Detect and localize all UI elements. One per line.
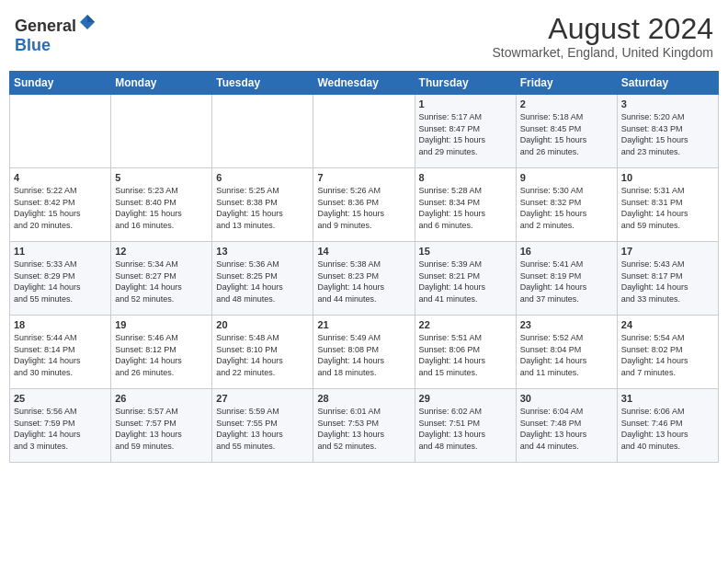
weekday-header-friday: Friday [516,72,617,95]
calendar-cell: 31Sunrise: 6:06 AM Sunset: 7:46 PM Dayli… [617,389,718,463]
day-info: Sunrise: 5:54 AM Sunset: 8:02 PM Dayligh… [621,332,714,378]
day-info: Sunrise: 5:31 AM Sunset: 8:31 PM Dayligh… [621,185,714,231]
logo-blue: Blue [15,36,51,54]
day-number: 16 [520,246,613,257]
calendar-cell: 3Sunrise: 5:20 AM Sunset: 8:43 PM Daylig… [617,95,718,168]
calendar-cell: 23Sunrise: 5:52 AM Sunset: 8:04 PM Dayli… [516,316,617,389]
day-number: 27 [216,393,309,404]
calendar-cell: 4Sunrise: 5:22 AM Sunset: 8:42 PM Daylig… [10,168,111,242]
calendar-cell: 24Sunrise: 5:54 AM Sunset: 8:02 PM Dayli… [617,316,718,389]
calendar-cell: 19Sunrise: 5:46 AM Sunset: 8:12 PM Dayli… [111,316,212,389]
day-info: Sunrise: 5:20 AM Sunset: 8:43 PM Dayligh… [621,111,714,157]
calendar-cell: 27Sunrise: 5:59 AM Sunset: 7:55 PM Dayli… [212,389,313,463]
day-info: Sunrise: 5:34 AM Sunset: 8:27 PM Dayligh… [115,259,208,304]
day-info: Sunrise: 6:01 AM Sunset: 7:53 PM Dayligh… [317,406,410,452]
day-number: 28 [317,393,410,404]
day-info: Sunrise: 5:33 AM Sunset: 8:29 PM Dayligh… [14,259,107,304]
day-info: Sunrise: 5:43 AM Sunset: 8:17 PM Dayligh… [621,259,714,304]
calendar-table: SundayMondayTuesdayWednesdayThursdayFrid… [9,71,719,463]
day-info: Sunrise: 5:28 AM Sunset: 8:34 PM Dayligh… [419,185,512,231]
day-number: 11 [14,246,107,257]
weekday-header-thursday: Thursday [415,72,516,95]
day-number: 22 [419,319,512,330]
location-title: Stowmarket, England, United Kingdom [493,45,713,60]
day-info: Sunrise: 5:17 AM Sunset: 8:47 PM Dayligh… [419,111,512,157]
day-number: 2 [520,98,613,109]
calendar-cell [10,95,111,168]
day-number: 25 [14,393,107,404]
day-info: Sunrise: 6:04 AM Sunset: 7:48 PM Dayligh… [520,406,613,452]
day-number: 8 [419,172,512,183]
logo-icon [78,13,97,31]
weekday-header-saturday: Saturday [617,72,718,95]
day-info: Sunrise: 5:49 AM Sunset: 8:08 PM Dayligh… [317,332,410,378]
day-info: Sunrise: 5:59 AM Sunset: 7:55 PM Dayligh… [216,406,309,452]
weekday-header-wednesday: Wednesday [313,72,415,95]
day-number: 1 [419,98,512,109]
calendar-cell: 5Sunrise: 5:23 AM Sunset: 8:40 PM Daylig… [111,168,212,242]
weekday-header-sunday: Sunday [10,72,111,95]
day-number: 6 [216,172,309,183]
day-info: Sunrise: 5:38 AM Sunset: 8:23 PM Dayligh… [317,259,410,304]
week-row-3: 11Sunrise: 5:33 AM Sunset: 8:29 PM Dayli… [10,242,719,316]
weekday-header-row: SundayMondayTuesdayWednesdayThursdayFrid… [10,72,719,95]
day-number: 17 [621,246,714,257]
day-number: 9 [520,172,613,183]
month-title: August 2024 [493,13,713,45]
day-info: Sunrise: 5:41 AM Sunset: 8:19 PM Dayligh… [520,259,613,304]
calendar-cell: 12Sunrise: 5:34 AM Sunset: 8:27 PM Dayli… [111,242,212,316]
day-info: Sunrise: 5:48 AM Sunset: 8:10 PM Dayligh… [216,332,309,378]
day-info: Sunrise: 5:18 AM Sunset: 8:45 PM Dayligh… [520,111,613,157]
day-info: Sunrise: 5:25 AM Sunset: 8:38 PM Dayligh… [216,185,309,231]
calendar-cell: 28Sunrise: 6:01 AM Sunset: 7:53 PM Dayli… [313,389,415,463]
calendar-cell: 8Sunrise: 5:28 AM Sunset: 8:34 PM Daylig… [415,168,516,242]
calendar-cell: 10Sunrise: 5:31 AM Sunset: 8:31 PM Dayli… [617,168,718,242]
day-info: Sunrise: 6:02 AM Sunset: 7:51 PM Dayligh… [419,406,512,452]
day-number: 19 [115,319,208,330]
week-row-2: 4Sunrise: 5:22 AM Sunset: 8:42 PM Daylig… [10,168,719,242]
day-number: 14 [317,246,410,257]
calendar-cell: 22Sunrise: 5:51 AM Sunset: 8:06 PM Dayli… [415,316,516,389]
title-area: August 2024 Stowmarket, England, United … [493,13,713,60]
calendar-cell: 15Sunrise: 5:39 AM Sunset: 8:21 PM Dayli… [415,242,516,316]
day-number: 18 [14,319,107,330]
page-header: General Blue August 2024 Stowmarket, Eng… [9,9,719,63]
logo: General Blue [15,13,97,55]
calendar-cell: 30Sunrise: 6:04 AM Sunset: 7:48 PM Dayli… [516,389,617,463]
day-number: 23 [520,319,613,330]
day-number: 31 [621,393,714,404]
day-info: Sunrise: 5:56 AM Sunset: 7:59 PM Dayligh… [14,406,107,452]
day-number: 30 [520,393,613,404]
day-number: 29 [419,393,512,404]
day-info: Sunrise: 5:51 AM Sunset: 8:06 PM Dayligh… [419,332,512,378]
day-info: Sunrise: 5:52 AM Sunset: 8:04 PM Dayligh… [520,332,613,378]
week-row-4: 18Sunrise: 5:44 AM Sunset: 8:14 PM Dayli… [10,316,719,389]
calendar-cell: 2Sunrise: 5:18 AM Sunset: 8:45 PM Daylig… [516,95,617,168]
calendar-cell: 7Sunrise: 5:26 AM Sunset: 8:36 PM Daylig… [313,168,415,242]
calendar-cell: 20Sunrise: 5:48 AM Sunset: 8:10 PM Dayli… [212,316,313,389]
day-number: 24 [621,319,714,330]
logo-general: General [15,17,76,35]
calendar-cell: 11Sunrise: 5:33 AM Sunset: 8:29 PM Dayli… [10,242,111,316]
weekday-header-tuesday: Tuesday [212,72,313,95]
day-info: Sunrise: 5:39 AM Sunset: 8:21 PM Dayligh… [419,259,512,304]
day-number: 26 [115,393,208,404]
calendar-cell [111,95,212,168]
calendar-cell: 1Sunrise: 5:17 AM Sunset: 8:47 PM Daylig… [415,95,516,168]
day-number: 15 [419,246,512,257]
day-number: 13 [216,246,309,257]
calendar-cell: 26Sunrise: 5:57 AM Sunset: 7:57 PM Dayli… [111,389,212,463]
week-row-5: 25Sunrise: 5:56 AM Sunset: 7:59 PM Dayli… [10,389,719,463]
day-info: Sunrise: 5:23 AM Sunset: 8:40 PM Dayligh… [115,185,208,231]
day-info: Sunrise: 5:46 AM Sunset: 8:12 PM Dayligh… [115,332,208,378]
calendar-cell: 14Sunrise: 5:38 AM Sunset: 8:23 PM Dayli… [313,242,415,316]
day-info: Sunrise: 5:57 AM Sunset: 7:57 PM Dayligh… [115,406,208,452]
day-number: 3 [621,98,714,109]
calendar-cell: 18Sunrise: 5:44 AM Sunset: 8:14 PM Dayli… [10,316,111,389]
calendar-cell [313,95,415,168]
day-number: 5 [115,172,208,183]
day-info: Sunrise: 5:36 AM Sunset: 8:25 PM Dayligh… [216,259,309,304]
day-number: 10 [621,172,714,183]
calendar-cell: 13Sunrise: 5:36 AM Sunset: 8:25 PM Dayli… [212,242,313,316]
calendar-cell: 16Sunrise: 5:41 AM Sunset: 8:19 PM Dayli… [516,242,617,316]
